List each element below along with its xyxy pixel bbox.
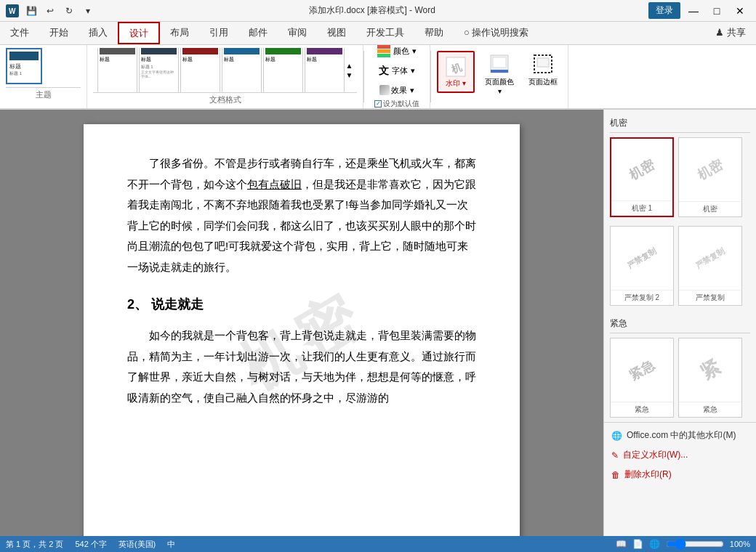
wm-link-custom[interactable]: ✎ 自定义水印(W)... [604, 445, 756, 465]
zoom-slider[interactable] [666, 538, 724, 550]
page-color-section[interactable]: 页面颜色▾ [480, 51, 518, 98]
window-title: 添加水印.docx [兼容模式] - Word [96, 4, 648, 17]
default-checkbox[interactable]: ✓ [374, 100, 382, 107]
read-mode-btn[interactable]: 📖 [616, 539, 627, 549]
doc-theme-4[interactable]: 标题 [222, 48, 262, 92]
quick-access-toolbar: 💾 ↩ ↻ ▾ [23, 3, 96, 19]
doc-theme-5[interactable]: 标题 [263, 48, 303, 92]
wm-link-remove[interactable]: 🗑 删除水印(R) [604, 465, 756, 484]
title-bar: W 💾 ↩ ↻ ▾ 添加水印.docx [兼容模式] - Word 登录 — □… [0, 0, 756, 22]
tab-view[interactable]: 视图 [317, 22, 356, 44]
page-border-section[interactable]: 页面边框 [524, 51, 562, 90]
ribbon-content: 标题 标题 1 主题 标题 标题 标题 1 [0, 45, 756, 109]
default-label: 设为默认值 [383, 99, 419, 109]
remove-link-label: 删除水印(R) [624, 468, 672, 481]
web-layout-btn[interactable]: 🌐 [649, 539, 660, 549]
color-btn-label: 颜色 ▾ [393, 46, 416, 57]
wm-card-mimi1-text: 机密 [626, 155, 657, 184]
tab-file[interactable]: 文件 [0, 22, 39, 44]
close-button[interactable]: ✕ [730, 3, 750, 19]
status-page: 第 1 页，共 2 页 [6, 539, 63, 550]
minimize-button[interactable]: — [683, 3, 704, 19]
wm-card-jinji2[interactable]: 紧 紧急 [678, 338, 742, 418]
doc-theme-6[interactable]: 标题 [305, 48, 345, 92]
customize-qa-btn[interactable]: ▾ [80, 3, 96, 19]
page-border-icon [533, 54, 553, 74]
jinji-section-label: 紧急 [610, 314, 750, 333]
wm-card-mimi2-text: 机密 [694, 155, 725, 184]
paragraph-1: 了很多省份。不管是步行或者骑自行车，还是乘坐飞机或火车，都离不开一个背包，如今这… [127, 153, 476, 277]
status-right: 📖 📄 🌐 100% [616, 538, 750, 550]
tab-help[interactable]: 帮助 [414, 22, 454, 44]
watermark-label: 水印 ▾ [446, 78, 466, 89]
undo-qa-btn[interactable]: ↩ [42, 3, 58, 19]
doc-format-label: 文档格式 [93, 92, 357, 105]
save-qa-btn[interactable]: 💾 [23, 3, 39, 19]
tab-design[interactable]: 设计 [118, 22, 160, 44]
doc-theme-1[interactable]: 标题 [97, 48, 137, 92]
wm-card-jinji1-label: 紧急 [611, 402, 673, 417]
tab-insert[interactable]: 插入 [79, 22, 118, 44]
wm-card-mimi2[interactable]: 机密 机密 [678, 137, 742, 217]
wm-card-mimi2-inner: 机密 [679, 138, 741, 201]
jinji-grid: 紧急 紧急 紧 紧急 [610, 338, 750, 418]
theme-scroll-down[interactable]: ▼ [346, 71, 353, 79]
wm-card-jinji2-text: 紧 [696, 354, 725, 386]
svg-text:W: W [9, 7, 16, 15]
svg-rect-8 [537, 58, 549, 67]
wm-card-yanjin1-inner: 严禁复制 [611, 227, 673, 290]
mimi-grid: 机密 机密 1 → 机密 机密 [610, 137, 750, 217]
effect-section[interactable]: 效果 ▾ ✓ 设为默认值 [370, 82, 424, 112]
wm-link-office[interactable]: 🌐 Office.com 中的其他水印(M) [604, 426, 756, 445]
tab-mailings[interactable]: 邮件 [238, 22, 278, 44]
word-icon: W [6, 4, 19, 17]
color-section[interactable]: 颜色 ▾ [373, 42, 420, 60]
tab-share[interactable]: ♟ 共享 [705, 22, 756, 44]
font-icon: 文 [379, 65, 389, 78]
tab-references[interactable]: 引用 [199, 22, 238, 44]
font-btn-label: 字体 ▾ [392, 65, 414, 76]
doc-theme-3[interactable]: 标题 [180, 48, 220, 92]
maximize-button[interactable]: □ [707, 3, 727, 19]
mimi-section-label: 机密 [610, 114, 750, 133]
main-area: 机密 了很多省份。不管是步行或者骑自行车，还是乘坐飞机或火车，都离不开一个背包，… [0, 110, 756, 537]
doc-theme-2[interactable]: 标题 标题 1 正文文字将使用这种字体... [139, 48, 179, 92]
page-color-label: 页面颜色▾ [485, 77, 514, 95]
effect-btn-label: 效果 ▾ [391, 85, 414, 96]
underlined-text: 包有点破旧 [247, 178, 302, 190]
wm-card-yanjin1[interactable]: 严禁复制 严禁复制 2 [610, 226, 674, 306]
mimi-section: 机密 机密 机密 1 → 机密 机密 [604, 110, 756, 222]
doc-format-group: 标题 标题 标题 1 正文文字将使用这种字体... 标题 标题 [87, 45, 363, 108]
print-layout-btn[interactable]: 📄 [632, 539, 643, 549]
login-button[interactable]: 登录 [648, 2, 680, 19]
wm-card-wrapper-1: 机密 机密 1 → [610, 137, 674, 217]
remove-icon: 🗑 [611, 470, 620, 480]
tab-home[interactable]: 开始 [39, 22, 79, 44]
ribbon: 文件 开始 插入 设计 布局 引用 邮件 审阅 视图 开发工具 帮助 ○ 操作说… [0, 22, 756, 110]
tab-review[interactable]: 审阅 [278, 22, 317, 44]
svg-rect-6 [491, 70, 508, 73]
status-language: 英语(美国) [118, 539, 156, 550]
redo-qa-btn[interactable]: ↻ [61, 3, 77, 19]
theme-scroll-up[interactable]: ▲ [346, 62, 353, 70]
page-border-label: 页面边框 [528, 77, 558, 87]
status-word-count: 542 个字 [75, 539, 106, 550]
watermark-icon: 机 [444, 55, 467, 78]
watermark-button[interactable]: 机 水印 ▾ [437, 51, 475, 93]
custom-link-label: 自定义水印(W)... [623, 449, 688, 461]
wm-card-jinji2-label: 紧急 [679, 402, 741, 417]
tab-layout[interactable]: 布局 [160, 22, 199, 44]
theme-button[interactable]: 标题 标题 1 [6, 48, 42, 84]
tab-developer[interactable]: 开发工具 [356, 22, 414, 44]
wm-card-mimi1[interactable]: 机密 机密 1 [610, 137, 674, 217]
wm-card-mimi1-inner: 机密 [611, 139, 672, 200]
wm-card-yanjin1-label: 严禁复制 2 [611, 290, 673, 305]
theme-group-label: 主题 [6, 87, 81, 100]
title-bar-left: W 💾 ↩ ↻ ▾ [6, 3, 96, 19]
watermark-panel: 机密 机密 机密 1 → 机密 机密 [603, 110, 756, 537]
tab-search[interactable]: ○ 操作说明搜索 [454, 22, 539, 44]
wm-card-yanjin2-label: 严禁复制 [679, 290, 741, 305]
wm-card-yanjin2[interactable]: 严禁复制 严禁复制 [678, 226, 742, 306]
font-section[interactable]: 文 字体 ▾ [374, 62, 419, 81]
wm-card-jinji1[interactable]: 紧急 紧急 [610, 338, 674, 418]
